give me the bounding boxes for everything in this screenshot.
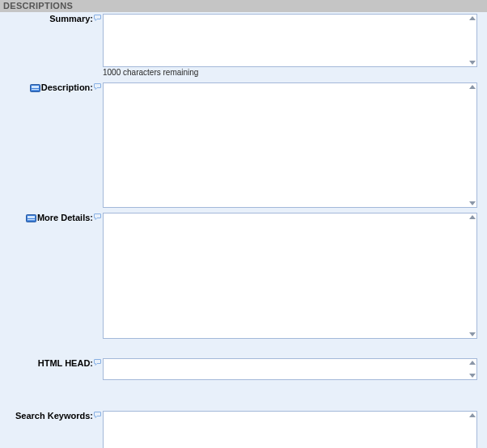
field-search-keywords: Search Keywords: <box>0 409 487 448</box>
html-head-textarea[interactable] <box>103 358 477 380</box>
help-icon[interactable] <box>94 15 101 21</box>
more-details-input[interactable] <box>104 213 467 338</box>
label-summary-text: Summary: <box>49 14 93 23</box>
search-keywords-textarea[interactable] <box>103 411 477 448</box>
more-details-textarea[interactable] <box>103 213 477 339</box>
field-summary: Summary: 1000 characters remaining <box>0 12 487 77</box>
summary-textarea[interactable] <box>103 14 477 67</box>
help-icon[interactable] <box>94 412 101 418</box>
label-more-details-text: More Details: <box>37 213 93 222</box>
input-cell-summary: 1000 characters remaining <box>103 14 482 77</box>
summary-counter: 1000 characters remaining <box>103 67 482 77</box>
scroll-up-icon[interactable] <box>469 361 476 365</box>
input-cell-html-head <box>103 358 482 380</box>
label-html-head-text: HTML HEAD: <box>38 358 93 368</box>
label-summary: Summary: <box>0 14 103 23</box>
help-icon[interactable] <box>94 359 101 366</box>
descriptions-panel: DESCRIPTIONS Summary: 1000 characters re… <box>0 0 487 448</box>
input-cell-more-details <box>103 213 482 339</box>
scroll-down-icon[interactable] <box>469 374 476 378</box>
field-html-head: HTML HEAD: <box>0 357 487 380</box>
svg-rect-1 <box>32 86 39 88</box>
svg-rect-2 <box>32 89 39 90</box>
scroll-up-icon[interactable] <box>469 413 476 417</box>
image-icon <box>30 84 40 92</box>
label-search-keywords: Search Keywords: <box>0 411 103 421</box>
section-header: DESCRIPTIONS <box>0 0 487 12</box>
field-description: Description: <box>0 81 487 208</box>
label-html-head: HTML HEAD: <box>0 358 103 368</box>
input-cell-search-keywords <box>103 411 482 448</box>
search-keywords-input[interactable] <box>104 412 467 448</box>
label-more-details: More Details: <box>0 213 103 223</box>
summary-input[interactable] <box>104 15 467 66</box>
scrollbar <box>468 213 476 338</box>
help-icon[interactable] <box>94 83 101 90</box>
label-description: Description: <box>0 82 103 93</box>
html-head-input[interactable] <box>104 359 467 379</box>
description-textarea[interactable] <box>103 82 477 208</box>
input-cell-description <box>103 82 482 208</box>
label-search-keywords-text: Search Keywords: <box>15 411 93 421</box>
svg-rect-4 <box>28 216 35 218</box>
scrollbar <box>468 412 476 448</box>
description-input[interactable] <box>104 83 467 207</box>
scrollbar <box>468 15 476 66</box>
scrollbar <box>468 83 476 207</box>
section-title: DESCRIPTIONS <box>3 1 73 11</box>
field-more-details: More Details: <box>0 211 487 339</box>
scroll-down-icon[interactable] <box>469 332 476 336</box>
svg-rect-5 <box>28 219 35 220</box>
help-icon[interactable] <box>94 213 101 220</box>
scroll-down-icon[interactable] <box>469 61 476 65</box>
scroll-up-icon[interactable] <box>469 85 476 89</box>
scrollbar <box>468 359 476 379</box>
scroll-up-icon[interactable] <box>469 16 476 20</box>
scroll-down-icon[interactable] <box>469 201 476 205</box>
scroll-up-icon[interactable] <box>469 215 476 219</box>
image-icon <box>26 214 36 222</box>
label-description-text: Description: <box>41 82 93 92</box>
